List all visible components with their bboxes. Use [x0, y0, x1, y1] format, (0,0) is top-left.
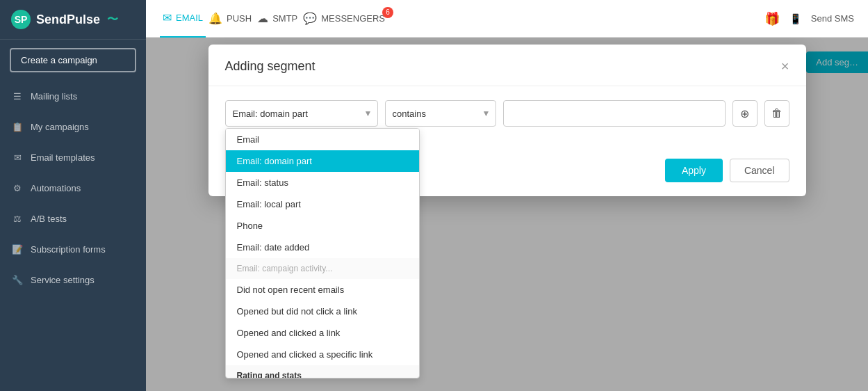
dropdown-item-email-status[interactable]: Email: status — [226, 172, 419, 193]
adding-segment-modal: Adding segment × Email: domain part ▼ Em… — [208, 45, 806, 196]
sidebar-icon-ab-tests: ⚖ — [11, 212, 24, 225]
topbar-tabs: ✉ EMAIL 🔔 PUSH ☁ SMTP 💬 MESSENGERS 6 — [160, 0, 388, 38]
topbar: ✉ EMAIL 🔔 PUSH ☁ SMTP 💬 MESSENGERS 6 🎁 📱… — [146, 0, 868, 38]
tab-icon-messengers: 💬 — [303, 12, 317, 25]
sidebar-item-my-campaigns[interactable]: 📋 My campaigns — [0, 111, 146, 142]
main-content: ✉ EMAIL 🔔 PUSH ☁ SMTP 💬 MESSENGERS 6 🎁 📱… — [146, 0, 868, 391]
dropdown-item-email-domain-part[interactable]: Email: domain part — [226, 150, 419, 172]
modal-body: Email: domain part ▼ EmailEmail: domain … — [208, 86, 806, 152]
add-condition-button[interactable]: ⊕ — [732, 100, 758, 127]
sidebar-item-subscription-forms[interactable]: 📝 Subscription forms — [0, 234, 146, 264]
sidebar-label-service-settings: Service settings — [31, 275, 95, 285]
apply-button[interactable]: Apply — [665, 159, 723, 182]
topbar-tab-email[interactable]: ✉ EMAIL — [160, 0, 206, 38]
topbar-tab-smtp[interactable]: ☁ SMTP — [254, 0, 300, 38]
logo-pulse-icon: 〜 — [107, 13, 118, 27]
sidebar-icon-email-templates: ✉ — [11, 151, 24, 163]
tab-label-messengers: MESSENGERS — [321, 13, 385, 24]
tab-icon-push: 🔔 — [208, 12, 222, 25]
sms-icon: 📱 — [789, 13, 801, 24]
condition-select[interactable]: contains — [385, 100, 496, 127]
dropdown-item-opened-clicked[interactable]: Opened and clicked a link — [226, 322, 419, 344]
sidebar-icon-mailing-lists: ☰ — [11, 90, 24, 102]
sidebar-item-automations[interactable]: ⚙ Automations — [0, 173, 146, 203]
modal-overlay: Adding segment × Email: domain part ▼ Em… — [146, 38, 868, 391]
sidebar-label-ab-tests: A/B tests — [31, 214, 67, 224]
field-dropdown-list: EmailEmail: domain partEmail: statusEmai… — [225, 128, 420, 378]
dropdown-item-email-local-part[interactable]: Email: local part — [226, 193, 419, 215]
dropdown-item-rating-stats-header: Rating and stats — [226, 365, 419, 378]
sidebar-icon-automations: ⚙ — [11, 182, 24, 194]
plus-circle-icon: ⊕ — [740, 107, 749, 120]
sidebar-label-automations: Automations — [31, 183, 81, 193]
dropdown-item-opened-not-clicked[interactable]: Opened but did not click a link — [226, 301, 419, 322]
segment-condition-row: Email: domain part ▼ EmailEmail: domain … — [225, 100, 789, 127]
dropdown-item-email-date-added[interactable]: Email: date added — [226, 237, 419, 258]
tab-icon-email: ✉ — [163, 11, 172, 24]
sidebar-item-email-templates[interactable]: ✉ Email templates — [0, 142, 146, 173]
sidebar-label-subscription-forms: Subscription forms — [31, 244, 106, 255]
content-area: Add seg… Adding segment × Email: domain … — [146, 38, 868, 391]
sidebar-label-my-campaigns: My campaigns — [31, 122, 89, 132]
condition-select-wrapper: contains ▼ — [385, 100, 496, 127]
create-campaign-button[interactable]: Create a campaign — [10, 48, 136, 72]
modal-header: Adding segment × — [208, 45, 806, 86]
segment-value-input[interactable] — [503, 100, 726, 127]
field-select[interactable]: Email: domain part — [225, 100, 378, 127]
sidebar-item-service-settings[interactable]: 🔧 Service settings — [0, 264, 146, 295]
sidebar-icon-subscription-forms: 📝 — [11, 243, 24, 255]
logo-icon: SP — [11, 10, 31, 29]
tab-icon-smtp: ☁ — [257, 12, 268, 25]
sidebar-nav: ☰ Mailing lists 📋 My campaigns ✉ Email t… — [0, 81, 146, 295]
dropdown-item-email-campaign-activity[interactable]: Email: campaign activity... — [226, 258, 419, 279]
sidebar-label-email-templates: Email templates — [31, 152, 95, 163]
topbar-tab-push[interactable]: 🔔 PUSH — [206, 0, 254, 38]
sidebar-item-ab-tests[interactable]: ⚖ A/B tests — [0, 203, 146, 234]
dropdown-item-did-not-open[interactable]: Did not open recent emails — [226, 279, 419, 301]
field-select-wrapper: Email: domain part ▼ EmailEmail: domain … — [225, 100, 378, 127]
send-sms-label[interactable]: Send SMS — [811, 13, 854, 24]
modal-title: Adding segment — [225, 59, 316, 74]
dropdown-item-phone[interactable]: Phone — [226, 215, 419, 237]
sidebar-icon-service-settings: 🔧 — [11, 273, 24, 286]
tab-label-email: EMAIL — [176, 13, 203, 23]
sidebar-icon-my-campaigns: 📋 — [11, 120, 24, 133]
tab-label-smtp: SMTP — [272, 13, 297, 24]
cancel-button[interactable]: Cancel — [730, 159, 789, 182]
topbar-tab-messengers[interactable]: 💬 MESSENGERS 6 — [300, 0, 388, 38]
trash-icon: 🗑 — [771, 107, 783, 120]
dropdown-item-opened-clicked-specific[interactable]: Opened and clicked a specific link — [226, 344, 419, 365]
tab-label-push: PUSH — [227, 13, 252, 24]
dropdown-item-email[interactable]: Email — [226, 129, 419, 150]
sidebar: SP SendPulse 〜 Create a campaign ☰ Maili… — [0, 0, 146, 391]
delete-condition-button[interactable]: 🗑 — [764, 100, 789, 127]
sidebar-label-mailing-lists: Mailing lists — [31, 91, 77, 102]
badge-messengers: 6 — [382, 7, 393, 18]
topbar-right: 🎁 📱 Send SMS — [764, 11, 854, 26]
logo: SP SendPulse 〜 — [0, 0, 146, 40]
modal-close-button[interactable]: × — [781, 58, 789, 74]
sidebar-item-mailing-lists[interactable]: ☰ Mailing lists — [0, 81, 146, 111]
logo-text: SendPulse — [36, 13, 100, 27]
gift-icon: 🎁 — [764, 11, 780, 26]
